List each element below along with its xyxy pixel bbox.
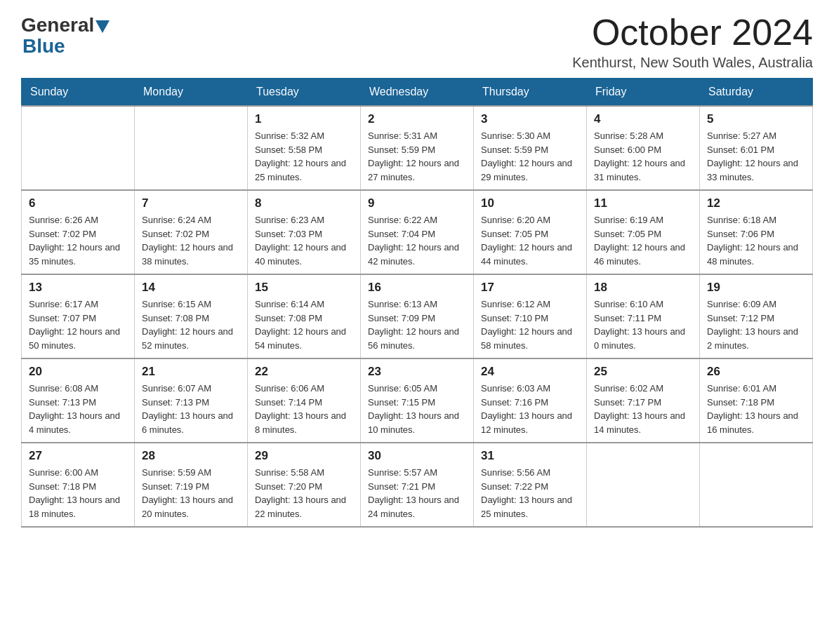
calendar-cell: 28Sunrise: 5:59 AM Sunset: 7:19 PM Dayli… bbox=[135, 443, 248, 527]
calendar-cell: 17Sunrise: 6:12 AM Sunset: 7:10 PM Dayli… bbox=[474, 274, 587, 358]
day-info: Sunrise: 5:27 AM Sunset: 6:01 PM Dayligh… bbox=[707, 129, 805, 184]
calendar-cell: 21Sunrise: 6:07 AM Sunset: 7:13 PM Dayli… bbox=[135, 358, 248, 443]
day-info: Sunrise: 6:15 AM Sunset: 7:08 PM Dayligh… bbox=[142, 297, 240, 352]
calendar-cell: 9Sunrise: 6:22 AM Sunset: 7:04 PM Daylig… bbox=[361, 190, 474, 274]
day-info: Sunrise: 6:07 AM Sunset: 7:13 PM Dayligh… bbox=[142, 382, 240, 436]
day-info: Sunrise: 6:20 AM Sunset: 7:05 PM Dayligh… bbox=[481, 213, 579, 268]
day-info: Sunrise: 6:06 AM Sunset: 7:14 PM Dayligh… bbox=[255, 382, 353, 436]
weekday-header-row: SundayMondayTuesdayWednesdayThursdayFrid… bbox=[22, 79, 813, 107]
day-number: 25 bbox=[594, 365, 692, 379]
day-info: Sunrise: 6:10 AM Sunset: 7:11 PM Dayligh… bbox=[594, 297, 692, 352]
day-number: 18 bbox=[594, 281, 692, 295]
day-info: Sunrise: 6:23 AM Sunset: 7:03 PM Dayligh… bbox=[255, 213, 353, 268]
day-number: 21 bbox=[142, 365, 240, 379]
calendar-week-row: 13Sunrise: 6:17 AM Sunset: 7:07 PM Dayli… bbox=[22, 274, 813, 358]
calendar-cell: 22Sunrise: 6:06 AM Sunset: 7:14 PM Dayli… bbox=[248, 358, 361, 443]
day-number: 3 bbox=[481, 112, 579, 126]
weekday-header-friday: Friday bbox=[587, 79, 700, 107]
day-info: Sunrise: 6:22 AM Sunset: 7:04 PM Dayligh… bbox=[368, 213, 466, 268]
calendar-cell: 24Sunrise: 6:03 AM Sunset: 7:16 PM Dayli… bbox=[474, 358, 587, 443]
calendar-cell bbox=[587, 443, 700, 527]
logo-general-text: General bbox=[21, 14, 94, 36]
day-number: 13 bbox=[29, 281, 127, 295]
weekday-header-wednesday: Wednesday bbox=[361, 79, 474, 107]
calendar-cell: 19Sunrise: 6:09 AM Sunset: 7:12 PM Dayli… bbox=[700, 274, 813, 358]
day-number: 2 bbox=[368, 112, 466, 126]
day-number: 23 bbox=[368, 365, 466, 379]
weekday-header-tuesday: Tuesday bbox=[248, 79, 361, 107]
day-number: 4 bbox=[594, 112, 692, 126]
day-number: 29 bbox=[255, 449, 353, 463]
day-info: Sunrise: 5:32 AM Sunset: 5:58 PM Dayligh… bbox=[255, 129, 353, 184]
day-number: 9 bbox=[368, 196, 466, 210]
day-info: Sunrise: 6:18 AM Sunset: 7:06 PM Dayligh… bbox=[707, 213, 805, 268]
calendar-cell bbox=[135, 106, 248, 190]
day-info: Sunrise: 6:12 AM Sunset: 7:10 PM Dayligh… bbox=[481, 297, 579, 352]
day-number: 5 bbox=[707, 112, 805, 126]
calendar-cell bbox=[700, 443, 813, 527]
day-number: 30 bbox=[368, 449, 466, 463]
calendar-cell: 6Sunrise: 6:26 AM Sunset: 7:02 PM Daylig… bbox=[22, 190, 135, 274]
day-info: Sunrise: 6:00 AM Sunset: 7:18 PM Dayligh… bbox=[29, 466, 127, 521]
day-number: 20 bbox=[29, 365, 127, 379]
calendar-cell: 12Sunrise: 6:18 AM Sunset: 7:06 PM Dayli… bbox=[700, 190, 813, 274]
logo: General Blue bbox=[21, 14, 110, 58]
day-number: 24 bbox=[481, 365, 579, 379]
day-info: Sunrise: 6:14 AM Sunset: 7:08 PM Dayligh… bbox=[255, 297, 353, 352]
calendar-cell: 16Sunrise: 6:13 AM Sunset: 7:09 PM Dayli… bbox=[361, 274, 474, 358]
day-number: 1 bbox=[255, 112, 353, 126]
calendar-cell: 13Sunrise: 6:17 AM Sunset: 7:07 PM Dayli… bbox=[22, 274, 135, 358]
weekday-header-saturday: Saturday bbox=[700, 79, 813, 107]
day-info: Sunrise: 6:08 AM Sunset: 7:13 PM Dayligh… bbox=[29, 382, 127, 436]
calendar-cell: 14Sunrise: 6:15 AM Sunset: 7:08 PM Dayli… bbox=[135, 274, 248, 358]
day-number: 8 bbox=[255, 196, 353, 210]
page-header: General Blue October 2024 Kenthurst, New… bbox=[21, 14, 813, 71]
calendar-week-row: 6Sunrise: 6:26 AM Sunset: 7:02 PM Daylig… bbox=[22, 190, 813, 274]
day-number: 12 bbox=[707, 196, 805, 210]
calendar-cell: 11Sunrise: 6:19 AM Sunset: 7:05 PM Dayli… bbox=[587, 190, 700, 274]
calendar-table: SundayMondayTuesdayWednesdayThursdayFrid… bbox=[21, 78, 813, 528]
calendar-cell: 20Sunrise: 6:08 AM Sunset: 7:13 PM Dayli… bbox=[22, 358, 135, 443]
calendar-cell: 30Sunrise: 5:57 AM Sunset: 7:21 PM Dayli… bbox=[361, 443, 474, 527]
day-number: 6 bbox=[29, 196, 127, 210]
calendar-cell: 27Sunrise: 6:00 AM Sunset: 7:18 PM Dayli… bbox=[22, 443, 135, 527]
weekday-header-sunday: Sunday bbox=[22, 79, 135, 107]
calendar-cell: 26Sunrise: 6:01 AM Sunset: 7:18 PM Dayli… bbox=[700, 358, 813, 443]
day-number: 22 bbox=[255, 365, 353, 379]
calendar-cell: 18Sunrise: 6:10 AM Sunset: 7:11 PM Dayli… bbox=[587, 274, 700, 358]
calendar-week-row: 20Sunrise: 6:08 AM Sunset: 7:13 PM Dayli… bbox=[22, 358, 813, 443]
day-info: Sunrise: 5:28 AM Sunset: 6:00 PM Dayligh… bbox=[594, 129, 692, 184]
calendar-cell: 7Sunrise: 6:24 AM Sunset: 7:02 PM Daylig… bbox=[135, 190, 248, 274]
day-info: Sunrise: 6:17 AM Sunset: 7:07 PM Dayligh… bbox=[29, 297, 127, 352]
day-number: 28 bbox=[142, 449, 240, 463]
calendar-cell: 8Sunrise: 6:23 AM Sunset: 7:03 PM Daylig… bbox=[248, 190, 361, 274]
day-number: 7 bbox=[142, 196, 240, 210]
day-number: 19 bbox=[707, 281, 805, 295]
calendar-cell: 31Sunrise: 5:56 AM Sunset: 7:22 PM Dayli… bbox=[474, 443, 587, 527]
day-info: Sunrise: 6:09 AM Sunset: 7:12 PM Dayligh… bbox=[707, 297, 805, 352]
day-info: Sunrise: 5:59 AM Sunset: 7:19 PM Dayligh… bbox=[142, 466, 240, 521]
calendar-cell: 1Sunrise: 5:32 AM Sunset: 5:58 PM Daylig… bbox=[248, 106, 361, 190]
day-info: Sunrise: 5:56 AM Sunset: 7:22 PM Dayligh… bbox=[481, 466, 579, 521]
day-info: Sunrise: 6:19 AM Sunset: 7:05 PM Dayligh… bbox=[594, 213, 692, 268]
logo-triangle-icon bbox=[95, 20, 110, 33]
calendar-cell: 15Sunrise: 6:14 AM Sunset: 7:08 PM Dayli… bbox=[248, 274, 361, 358]
day-info: Sunrise: 6:13 AM Sunset: 7:09 PM Dayligh… bbox=[368, 297, 466, 352]
day-number: 16 bbox=[368, 281, 466, 295]
day-info: Sunrise: 6:02 AM Sunset: 7:17 PM Dayligh… bbox=[594, 382, 692, 436]
day-info: Sunrise: 5:57 AM Sunset: 7:21 PM Dayligh… bbox=[368, 466, 466, 521]
calendar-cell: 10Sunrise: 6:20 AM Sunset: 7:05 PM Dayli… bbox=[474, 190, 587, 274]
weekday-header-thursday: Thursday bbox=[474, 79, 587, 107]
day-number: 31 bbox=[481, 449, 579, 463]
calendar-cell: 23Sunrise: 6:05 AM Sunset: 7:15 PM Dayli… bbox=[361, 358, 474, 443]
day-number: 26 bbox=[707, 365, 805, 379]
day-info: Sunrise: 6:24 AM Sunset: 7:02 PM Dayligh… bbox=[142, 213, 240, 268]
location: Kenthurst, New South Wales, Australia bbox=[572, 55, 813, 71]
day-info: Sunrise: 5:30 AM Sunset: 5:59 PM Dayligh… bbox=[481, 129, 579, 184]
day-info: Sunrise: 5:31 AM Sunset: 5:59 PM Dayligh… bbox=[368, 129, 466, 184]
title-area: October 2024 Kenthurst, New South Wales,… bbox=[572, 14, 813, 71]
calendar-cell: 3Sunrise: 5:30 AM Sunset: 5:59 PM Daylig… bbox=[474, 106, 587, 190]
day-info: Sunrise: 5:58 AM Sunset: 7:20 PM Dayligh… bbox=[255, 466, 353, 521]
day-info: Sunrise: 6:01 AM Sunset: 7:18 PM Dayligh… bbox=[707, 382, 805, 436]
day-number: 15 bbox=[255, 281, 353, 295]
